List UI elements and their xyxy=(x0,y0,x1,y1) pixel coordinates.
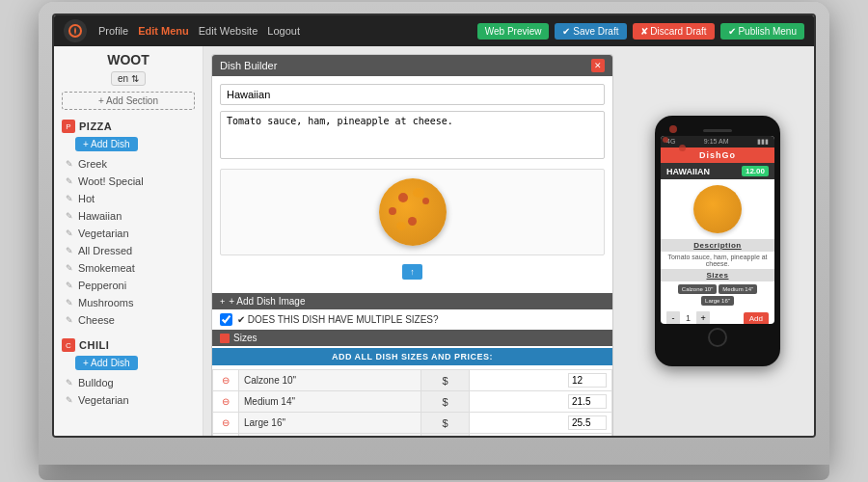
table-row: ⊖ Calzone 10" $ xyxy=(213,370,612,391)
nav-buttons: Web Preview ✔ Save Draft ✘ Discard Draft… xyxy=(477,23,804,40)
list-item[interactable]: ✎ Woot! Special xyxy=(54,173,203,190)
list-item[interactable]: ✎ All Dressed xyxy=(54,242,203,259)
sidebar: WOOT en ⇅ + Add Section P PIZZA + Add Di… xyxy=(54,46,203,436)
dollar-sign: $ xyxy=(421,434,470,437)
table-row: ⊖ Large 16" $ xyxy=(213,413,612,434)
logo-icon xyxy=(64,19,87,42)
edit-website-link[interactable]: Edit Website xyxy=(199,25,258,37)
phone-description-text: Tomato sauce, ham, pineapple at cheese. xyxy=(661,252,774,269)
dish-label: Woot! Special xyxy=(78,175,144,187)
logout-link[interactable]: Logout xyxy=(267,25,300,37)
phone-app-header: DishGo xyxy=(661,147,774,163)
dish-label: Hot xyxy=(78,193,95,204)
edit-menu-link[interactable]: Edit Menu xyxy=(138,25,189,37)
phone-size-btn[interactable]: Medium 14" xyxy=(719,284,757,294)
dish-label: Hawaiian xyxy=(78,210,122,222)
price-value[interactable] xyxy=(469,370,611,391)
qty-decrease-button[interactable]: - xyxy=(666,311,680,324)
price-value[interactable] xyxy=(469,434,611,437)
dish-label: All Dressed xyxy=(78,245,132,256)
list-item[interactable]: ✎ Vegetarian xyxy=(54,391,203,409)
dish-builder-title: Dish Builder xyxy=(220,60,277,71)
dollar-sign: $ xyxy=(421,391,470,413)
save-draft-button[interactable]: ✔ Save Draft xyxy=(555,23,626,40)
list-item[interactable]: ✎ Pepperoni xyxy=(54,277,203,294)
edit-icon: ✎ xyxy=(66,159,73,169)
dish-label: Vegetarian xyxy=(78,228,129,239)
multiple-sizes-checkbox[interactable] xyxy=(220,313,232,326)
dish-builder-header: Dish Builder ✕ xyxy=(212,55,612,76)
add-all-sizes-bar: ADD ALL DISH SIZES AND PRICES: xyxy=(212,348,612,365)
dish-description-input[interactable]: Tomato sauce, ham, pineapple at cheese. xyxy=(220,111,605,159)
center-panel: Dish Builder ✕ Tomato sauce, ham, pineap… xyxy=(203,46,621,436)
add-pizza-dish-button[interactable]: + Add Dish xyxy=(75,137,138,151)
remove-size-button[interactable]: ⊖ xyxy=(218,396,233,407)
phone-sizes-header: Sizes xyxy=(661,269,774,281)
add-section-button[interactable]: + Add Section xyxy=(62,92,195,110)
language-selector[interactable]: en ⇅ xyxy=(111,71,146,86)
qty-value: 1 xyxy=(682,313,694,323)
phone-screen: 4G 9:15 AM ▮▮▮ DishGo HAWAIIAN 12.00 xyxy=(661,136,774,324)
chili-section-header: C CHILI xyxy=(54,335,203,354)
price-value[interactable] xyxy=(469,413,611,434)
table-row: ⊖ Medium 14" $ xyxy=(213,391,612,413)
edit-icon: ✎ xyxy=(66,194,73,203)
list-item[interactable]: ✎ Smokemeat xyxy=(54,259,203,277)
list-item[interactable]: ✎ Mushrooms xyxy=(54,294,203,311)
web-preview-button[interactable]: Web Preview xyxy=(477,23,550,40)
pizza-section-header: P PIZZA xyxy=(54,116,203,135)
right-panel: 4G 9:15 AM ▮▮▮ DishGo HAWAIIAN 12.00 xyxy=(621,46,814,436)
dish-label: Pepperoni xyxy=(78,280,126,291)
remove-size-button[interactable]: ⊖ xyxy=(218,417,233,428)
phone-speaker xyxy=(703,129,732,132)
price-value[interactable] xyxy=(469,391,611,413)
phone-time: 9:15 AM xyxy=(704,138,729,146)
dish-label: Greek xyxy=(78,158,107,170)
discard-draft-button[interactable]: ✘ Discard Draft xyxy=(633,23,715,40)
remove-size-button[interactable]: ⊖ xyxy=(218,375,233,386)
qty-increase-button[interactable]: + xyxy=(696,311,710,324)
close-button[interactable]: ✕ xyxy=(591,59,605,72)
dollar-sign: $ xyxy=(421,413,470,434)
dish-name-input[interactable] xyxy=(220,84,605,105)
page-title: WOOT xyxy=(54,46,203,71)
profile-link[interactable]: Profile xyxy=(98,25,128,37)
phone-description-header: Description xyxy=(661,239,774,252)
list-item[interactable]: ✎ Bulldog xyxy=(54,374,203,391)
publish-menu-button[interactable]: ✔ Publish Menu xyxy=(720,23,804,40)
phone-size-btn[interactable]: Calzone 10" xyxy=(678,284,717,294)
dish-label: Smokemeat xyxy=(78,262,135,274)
phone-home-button[interactable] xyxy=(708,328,727,347)
size-name: Jumbo 18" xyxy=(239,434,421,437)
laptop-base xyxy=(39,465,829,480)
phone-add-button[interactable]: Add xyxy=(744,312,769,325)
phone-size-btn[interactable]: Large 16" xyxy=(701,296,734,306)
list-item[interactable]: ✎ Hot xyxy=(54,190,203,207)
dish-label: Bulldog xyxy=(78,377,114,388)
image-upload-button[interactable]: ↑ xyxy=(402,264,422,280)
phone-pizza-area xyxy=(661,179,774,239)
sizes-section-label: Sizes xyxy=(233,333,257,343)
edit-icon: ✎ xyxy=(66,211,73,221)
multiple-sizes-row: ✔ DOES THIS DISH HAVE MULTIPLE SIZES? xyxy=(212,309,612,330)
pizza-preview-area xyxy=(220,169,605,255)
dish-label: Vegetarian xyxy=(78,394,129,406)
phone-price-badge: 12.00 xyxy=(742,166,769,176)
top-nav: Profile Edit Menu Edit Website Logout We… xyxy=(54,15,814,46)
edit-icon: ✎ xyxy=(66,263,73,273)
list-item[interactable]: ✎ Hawaiian xyxy=(54,207,203,225)
phone-battery: ▮▮▮ xyxy=(757,138,769,146)
pizza-section-icon: P xyxy=(62,120,75,133)
list-item[interactable]: ✎ Vegetarian xyxy=(54,225,203,242)
pizza-section-label: PIZZA xyxy=(79,120,112,132)
add-dish-image-bar[interactable]: + + Add Dish Image xyxy=(212,293,612,309)
phone-status-bar: 4G 9:15 AM ▮▮▮ xyxy=(661,136,774,147)
list-item[interactable]: ✎ Greek xyxy=(54,155,203,173)
edit-icon: ✎ xyxy=(66,228,73,238)
phone-app-name: DishGo xyxy=(699,150,736,160)
edit-icon: ✎ xyxy=(66,298,73,308)
sizes-section-bar: Sizes xyxy=(212,330,612,346)
edit-icon: ✎ xyxy=(66,281,73,290)
list-item[interactable]: ✎ Cheese xyxy=(54,311,203,329)
add-chili-dish-button[interactable]: + Add Dish xyxy=(75,356,138,370)
